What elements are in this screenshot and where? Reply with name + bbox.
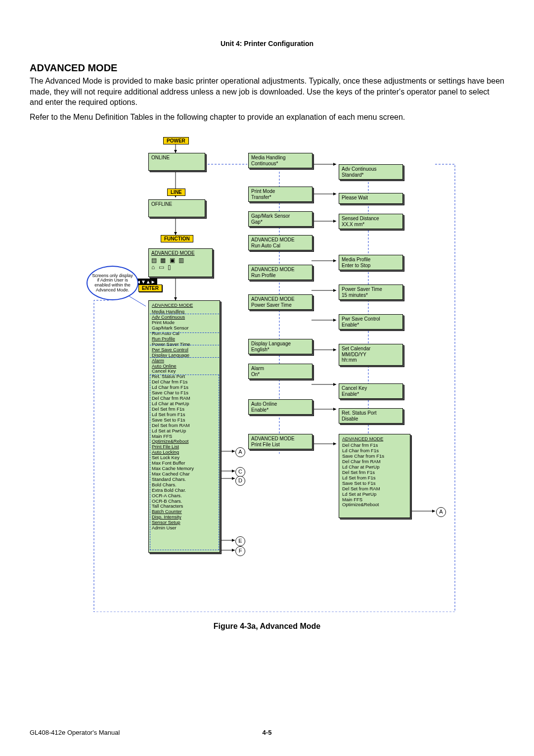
online-box: ONLINE xyxy=(148,153,205,171)
media-handling-box: Media Handling Continuous* xyxy=(248,153,312,168)
print-mode-box: Print Mode Transfer* xyxy=(248,187,312,202)
footer: GL408-412e Operator's Manual 4-5 xyxy=(30,729,504,736)
dash-sep-1 xyxy=(150,314,219,314)
circle-c: C xyxy=(235,467,245,477)
unit-header: Unit 4: Printer Configuration xyxy=(30,40,504,47)
figure: POWER ONLINE LINE OFFLINE FUNCTION ADVAN… xyxy=(59,137,475,612)
page-number: 4-5 xyxy=(263,729,272,736)
circle-d: D xyxy=(235,476,245,486)
offline-text: OFFLINE xyxy=(151,201,202,207)
function-label: FUNCTION xyxy=(161,235,193,242)
dash-sep-3 xyxy=(150,345,219,345)
run-profile-box: ADVANCED MODE Run Profile xyxy=(248,265,312,280)
footer-left: GL408-412e Operator's Manual xyxy=(30,729,120,736)
cancel-key-box: Cancel Key Enable* xyxy=(339,383,403,399)
power-saver-adv-box: ADVANCED MODE Power Saver Time xyxy=(248,294,312,310)
icon-grid: ▤ ▦ ▣ ▥⌂ ▭ ▯ xyxy=(151,257,210,271)
advanced-mode-icon-box: ADVANCED MODE ▤ ▦ ▣ ▥⌂ ▭ ▯ xyxy=(148,248,213,277)
set-calendar-box: Set Calendar MM/DD/YY hh:mm xyxy=(339,344,403,366)
menu-item: Ld Set at PwrUp xyxy=(342,492,407,497)
note-oval: Screens only display if Admin User is en… xyxy=(87,266,138,300)
adv-mode-list-header: ADVANCED MODE xyxy=(152,303,217,308)
adv-continuous-box: Adv Continuous Standard* xyxy=(339,164,403,180)
para-2: Refer to the Menu Definition Tables in t… xyxy=(30,112,504,123)
online-text: ONLINE xyxy=(151,155,202,161)
adv-mode-hdr: ADVANCED MODE xyxy=(151,250,210,256)
dash-sep-4 xyxy=(150,357,219,358)
page: Unit 4: Printer Configuration ADVANCED M… xyxy=(0,0,534,756)
admin-screens-dash xyxy=(150,375,219,550)
line-label: LINE xyxy=(167,189,185,196)
section-title: ADVANCED MODE xyxy=(30,62,504,74)
media-profile-box: Media Profile Enter to Stop xyxy=(339,255,403,270)
run-auto-cal-box: ADVANCED MODE Run Auto Cal xyxy=(248,235,312,250)
enter-button[interactable]: ENTER xyxy=(138,284,162,292)
circle-a-left: A xyxy=(235,447,245,457)
para-1: The Advanced Mode is provided to make ba… xyxy=(30,76,504,108)
figure-caption: Figure 4-3a, Advanced Mode xyxy=(30,622,504,631)
sensed-distance-box: Sensed Distance XX.X mm* xyxy=(339,214,403,229)
circle-e: E xyxy=(235,536,245,546)
advanced-mode-list-right: ADVANCED MODE Del Char frm F1sLd Char fr… xyxy=(339,434,410,518)
power-label: POWER xyxy=(163,137,189,144)
gap-mark-box: Gap/Mark Sensor Gap* xyxy=(248,211,312,227)
auto-online-box: Auto Online Enable* xyxy=(248,399,312,415)
print-file-list-box: ADVANCED MODE Print File List xyxy=(248,434,312,449)
menu-item: Alarm xyxy=(152,358,217,364)
alarm-box: Alarm On* xyxy=(248,364,312,379)
pwr-save-control-box: Pwr Save Control Enable* xyxy=(339,314,403,330)
offline-box: OFFLINE xyxy=(148,199,205,217)
menu-item: Del Set from RAM xyxy=(342,486,407,492)
menu-item: Optimize&Reboot xyxy=(342,502,407,508)
adv-mode-list-right-header: ADVANCED MODE xyxy=(342,436,407,442)
power-saver-time-box: Power Saver Time 15 minutes* xyxy=(339,284,403,300)
please-wait-box: Please Wait xyxy=(339,193,403,204)
circle-a-right: A xyxy=(436,507,446,517)
display-language-box: Display Language English* xyxy=(248,339,312,354)
ret-status-port-box: Ret. Status Port Disable xyxy=(339,408,403,424)
circle-f: F xyxy=(235,546,245,556)
dash-sep-2 xyxy=(150,332,219,333)
